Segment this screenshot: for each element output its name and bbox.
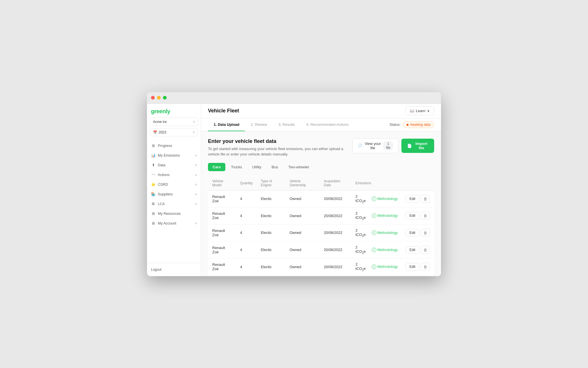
tab-trucks[interactable]: Trucks bbox=[226, 163, 247, 171]
cell-quantity: 4 bbox=[236, 258, 257, 275]
status-label: Status: bbox=[389, 123, 401, 127]
year-selector[interactable]: 📅 2023 ∨ bbox=[150, 128, 198, 136]
methodology-link[interactable]: i Methodology bbox=[372, 197, 398, 201]
learn-chevron-icon: ∨ bbox=[427, 109, 430, 113]
maximize-btn[interactable] bbox=[163, 96, 167, 100]
chevron-down-icon: ∨ bbox=[195, 173, 197, 176]
edit-button[interactable]: Edit bbox=[406, 212, 419, 219]
cell-engine-type: Electic bbox=[257, 241, 285, 258]
import-file-button[interactable]: 📄 Import file bbox=[401, 139, 434, 153]
sidebar-item-actions[interactable]: 〰 Actions ∨ bbox=[147, 170, 201, 180]
sidebar-item-data[interactable]: ⬆ Data ∨ bbox=[147, 160, 201, 170]
sidebar-item-label: LCA bbox=[158, 202, 165, 206]
app-logo: greenly bbox=[151, 108, 170, 114]
table-row: Renault Zoé 4 Electic Owned 20/08/2022 2… bbox=[208, 258, 434, 275]
methodology-link[interactable]: i Methodology bbox=[372, 248, 398, 252]
company-chevron-icon: ∨ bbox=[193, 120, 195, 123]
cell-ownership: Owned bbox=[285, 258, 320, 275]
tab-review[interactable]: 2. Review bbox=[245, 118, 273, 131]
cell-acquisition-date: 20/08/2022 bbox=[320, 258, 352, 275]
sidebar-item-label: Suppliers bbox=[158, 192, 173, 196]
tab-results[interactable]: 3. Results bbox=[273, 118, 301, 131]
edit-button[interactable]: Edit bbox=[406, 195, 419, 203]
col-engine-type: Type of Engine bbox=[257, 176, 285, 190]
cell-emissions: 2 tCO2e i Methodology bbox=[352, 258, 402, 275]
close-btn[interactable] bbox=[151, 96, 155, 100]
status-badge: Awaiting data bbox=[403, 121, 434, 128]
col-emissions: Emissions bbox=[352, 176, 402, 190]
calendar-icon: 📅 bbox=[153, 130, 157, 134]
col-acquisition-date: Acquisition Date bbox=[320, 176, 352, 190]
emissions-value: 2 tCO2e bbox=[356, 194, 368, 204]
cell-quantity: 4 bbox=[236, 190, 257, 207]
cell-ownership: Owned bbox=[285, 207, 320, 225]
section-title: Enter your vehicle fleet data bbox=[208, 138, 352, 144]
tab-data-upload[interactable]: 1. Data Upload bbox=[208, 118, 245, 131]
delete-button[interactable]: 🗑 bbox=[421, 263, 430, 271]
emissions-value: 2 tCO2e bbox=[356, 228, 368, 238]
tab-two-wheeler[interactable]: Two-wheeler bbox=[284, 163, 314, 171]
sidebar-item-progress[interactable]: ⊞ Progress bbox=[147, 141, 201, 151]
cell-ownership: Owned bbox=[285, 224, 320, 241]
delete-button[interactable]: 🗑 bbox=[421, 195, 430, 203]
sidebar-nav: ⊞ Progress 📊 My Emissions ∨ ⬆ Data bbox=[147, 140, 201, 263]
cell-emissions: 2 tCO2e i Methodology bbox=[352, 275, 402, 276]
app-body: greenly Acme inc ∨ 📅 2023 ∨ ⊞ Progress bbox=[147, 104, 441, 276]
data-icon: ⬆ bbox=[151, 163, 156, 167]
logo-area: greenly bbox=[147, 104, 201, 118]
sidebar-item-csrd[interactable]: ⭐ CSRD ∨ bbox=[147, 180, 201, 189]
chevron-down-icon: ∨ bbox=[195, 202, 197, 205]
cell-ownership: Owned bbox=[285, 190, 320, 207]
tab-bus[interactable]: Bus bbox=[267, 163, 282, 171]
sidebar-item-suppliers[interactable]: 🏪 Suppliers ∨ bbox=[147, 189, 201, 199]
status-area: Status: Awaiting data bbox=[389, 121, 434, 128]
edit-button[interactable]: Edit bbox=[406, 229, 419, 236]
sidebar-item-my-resources[interactable]: ⊞ My Resources bbox=[147, 209, 201, 219]
sidebar-item-my-account[interactable]: ⊞ My Account ∨ bbox=[147, 219, 201, 228]
col-vehicle-model: Vehicle Model bbox=[208, 176, 236, 190]
lca-icon: ♻ bbox=[151, 202, 156, 206]
info-icon: i bbox=[372, 230, 376, 235]
edit-button[interactable]: Edit bbox=[406, 246, 419, 254]
learn-label: Learn bbox=[416, 109, 425, 113]
company-name: Acme inc bbox=[153, 120, 167, 124]
year-chevron-icon: ∨ bbox=[193, 131, 195, 134]
chevron-down-icon: ∨ bbox=[195, 183, 197, 186]
cell-vehicle-model: Renault Zoé bbox=[208, 241, 236, 258]
chevron-down-icon: ∨ bbox=[195, 154, 197, 157]
cell-row-actions: Edit 🗑 bbox=[402, 275, 434, 276]
sidebar-item-lca[interactable]: ♻ LCA ∨ bbox=[147, 199, 201, 209]
cell-acquisition-date: 20/08/2022 bbox=[320, 207, 352, 225]
tab-group: 1. Data Upload 2. Review 3. Results 4. R… bbox=[208, 118, 354, 131]
table-row: Renault Zoé 4 Electic Owned 20/08/2022 2… bbox=[208, 241, 434, 258]
edit-button[interactable]: Edit bbox=[406, 263, 419, 270]
methodology-link[interactable]: i Methodology bbox=[372, 213, 398, 218]
sidebar-item-label: CSRD bbox=[158, 183, 168, 187]
top-bar: Vehicle Fleet 📖 Learn ∨ bbox=[201, 104, 441, 118]
chevron-down-icon: ∨ bbox=[195, 222, 197, 225]
tab-utility[interactable]: Utility bbox=[248, 163, 266, 171]
minimize-btn[interactable] bbox=[157, 96, 161, 100]
tab-recommended-actions[interactable]: 4. Recommended Actions bbox=[301, 118, 354, 131]
cell-engine-type: Electic bbox=[257, 275, 285, 276]
vehicle-data-table: Vehicle Model Quantity Type of Engine Ve… bbox=[208, 176, 434, 276]
import-label: Import file bbox=[414, 141, 428, 150]
delete-button[interactable]: 🗑 bbox=[421, 229, 430, 237]
cell-engine-type: Electic bbox=[257, 207, 285, 225]
learn-button[interactable]: 📖 Learn ∨ bbox=[405, 106, 434, 115]
section-header: Enter your vehicle fleet data To get sta… bbox=[208, 138, 434, 157]
content-area: Enter your vehicle fleet data To get sta… bbox=[201, 132, 441, 276]
cell-acquisition-date: 20/08/2022 bbox=[320, 190, 352, 207]
sidebar-item-label: Progress bbox=[158, 144, 172, 148]
tab-cars[interactable]: Cars bbox=[208, 163, 225, 171]
delete-button[interactable]: 🗑 bbox=[421, 246, 430, 254]
logout-button[interactable]: Logout bbox=[151, 266, 197, 273]
company-selector[interactable]: Acme inc ∨ bbox=[150, 118, 198, 126]
cell-vehicle-model: Renault Zoé bbox=[208, 275, 236, 276]
view-file-button[interactable]: 📄 View your file 1 file bbox=[352, 138, 399, 153]
methodology-link[interactable]: i Methodology bbox=[372, 264, 398, 269]
sidebar-item-my-emissions[interactable]: 📊 My Emissions ∨ bbox=[147, 151, 201, 160]
methodology-link[interactable]: i Methodology bbox=[372, 230, 398, 235]
delete-button[interactable]: 🗑 bbox=[421, 212, 430, 220]
emissions-value: 2 tCO2e bbox=[356, 211, 368, 221]
